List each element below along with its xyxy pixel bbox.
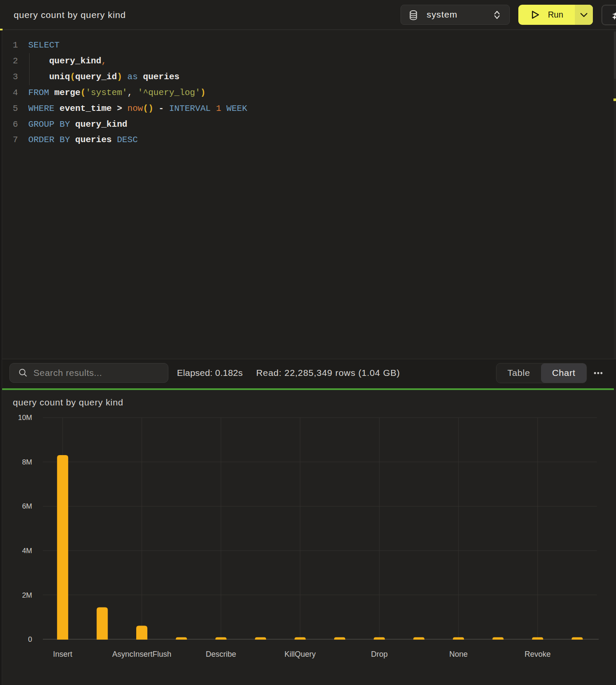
svg-text:6M: 6M [22,502,32,510]
svg-text:0: 0 [28,635,32,643]
svg-text:10M: 10M [18,414,32,422]
svg-text:4M: 4M [22,547,32,555]
svg-text:8M: 8M [22,458,32,466]
svg-text:KillQuery: KillQuery [284,650,316,658]
svg-text:Insert: Insert [53,650,72,658]
svg-text:None: None [449,650,468,658]
svg-text:Revoke: Revoke [524,650,550,658]
svg-text:AsyncInsertFlush: AsyncInsertFlush [112,650,171,658]
svg-text:Describe: Describe [206,650,236,658]
svg-text:Drop: Drop [371,650,388,658]
svg-text:2M: 2M [22,591,32,599]
